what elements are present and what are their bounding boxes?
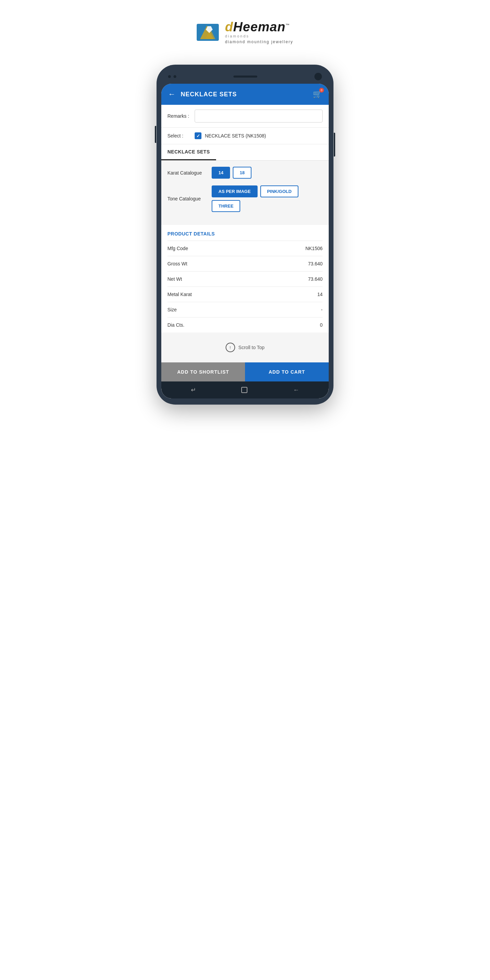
detail-grosswt: Gross Wt 73.640	[167, 256, 323, 271]
cart-badge: 0	[319, 88, 324, 92]
tone-row: Tone Catalogue AS PER IMAGE PINK/GOLD TH…	[167, 185, 323, 212]
phone-screen: ← NECKLACE SETS 🛒 0 Remarks : Select : ✓…	[161, 84, 329, 398]
netwt-key: Net Wt	[167, 276, 182, 282]
logo-brand: dHeeman™	[225, 21, 293, 33]
detail-netwt: Net Wt 73.640	[167, 271, 323, 286]
phone-camera-left	[168, 75, 176, 78]
phone-dot-1	[168, 75, 171, 78]
logo-text-block: dHeeman™ diamonds diamond mounting jewel…	[225, 21, 293, 44]
page-title: NECKLACE SETS	[181, 91, 313, 98]
logo-icon	[197, 22, 222, 43]
select-label: Select :	[167, 133, 195, 138]
scroll-top-area[interactable]: ↑ Scroll to Top	[161, 332, 329, 363]
grosswt-key: Gross Wt	[167, 261, 187, 266]
phone-side-left	[155, 126, 156, 143]
phone-side-right	[334, 133, 335, 156]
karat-18-button[interactable]: 18	[233, 167, 251, 179]
select-value: NECKLACE SETS (NK1508)	[205, 133, 266, 138]
cart-button[interactable]: 🛒 0	[313, 90, 322, 99]
karat-buttons: 14 18	[212, 167, 251, 179]
detail-metalkarat: Metal Karat 14	[167, 286, 323, 302]
karat-14-button[interactable]: 14	[212, 167, 230, 179]
remarks-row: Remarks :	[161, 105, 329, 127]
select-checkbox[interactable]: ✓	[195, 132, 202, 139]
size-key: Size	[167, 307, 177, 312]
detail-mfgcode: Mfg Code NK1506	[167, 240, 323, 256]
diacts-value: 0	[320, 322, 323, 328]
product-details-section: PRODUCT DETAILS Mfg Code NK1506 Gross Wt…	[161, 225, 329, 332]
tone-label: Tone Catalogue	[167, 196, 212, 202]
add-to-cart-button[interactable]: ADD TO CART	[245, 363, 329, 382]
phone-dot-2	[173, 75, 176, 78]
logo-tagline: diamond mounting jewellery	[225, 40, 293, 44]
scroll-top-text: Scroll to Top	[239, 345, 265, 350]
diacts-key: Dia Cts.	[167, 322, 185, 328]
remarks-input[interactable]	[195, 110, 323, 123]
grosswt-value: 73.640	[308, 261, 323, 266]
content-area: Remarks : Select : ✓ NECKLACE SETS (NK15…	[161, 105, 329, 382]
metalkarat-value: 14	[317, 292, 323, 297]
phone-top-bar	[161, 71, 329, 84]
remarks-label: Remarks :	[167, 113, 195, 119]
tone-asperimage-button[interactable]: AS PER IMAGE	[212, 185, 258, 197]
mfgcode-value: NK1506	[305, 246, 323, 251]
back-button[interactable]: ←	[168, 90, 176, 99]
detail-size: Size -	[167, 302, 323, 317]
mfgcode-key: Mfg Code	[167, 246, 188, 251]
metalkarat-key: Metal Karat	[167, 292, 192, 297]
tab-necklace-sets[interactable]: NECKLACE SETS	[161, 144, 216, 160]
phone-camera-dot	[314, 73, 322, 80]
tab-navigation: NECKLACE SETS	[161, 144, 329, 161]
logo-area: dHeeman™ diamonds diamond mounting jewel…	[197, 21, 293, 44]
karat-row: Karat Catalogue 14 18	[167, 167, 323, 179]
bottom-buttons: ADD TO SHORTLIST ADD TO CART	[161, 363, 329, 382]
size-value: -	[321, 307, 323, 312]
options-section: Karat Catalogue 14 18 Tone Catalogue AS …	[161, 161, 329, 225]
nav-home-icon[interactable]	[241, 387, 247, 393]
tone-buttons: AS PER IMAGE PINK/GOLD THREE	[212, 185, 323, 212]
nav-recent-icon[interactable]: ←	[293, 387, 299, 394]
phone-bottom-bar: ↵ ←	[161, 382, 329, 398]
tone-pinkgold-button[interactable]: PINK/GOLD	[260, 185, 298, 197]
netwt-value: 73.640	[308, 276, 323, 282]
phone-frame: ← NECKLACE SETS 🛒 0 Remarks : Select : ✓…	[156, 65, 334, 404]
tone-three-button[interactable]: THREE	[212, 200, 240, 212]
logo-sub: diamonds	[225, 34, 293, 38]
logo-container: dHeeman™ diamonds diamond mounting jewel…	[197, 21, 293, 44]
phone-speaker	[234, 76, 257, 78]
nav-back-icon[interactable]: ↵	[191, 386, 196, 394]
karat-label: Karat Catalogue	[167, 170, 212, 176]
product-details-title: PRODUCT DETAILS	[167, 225, 323, 240]
detail-diacts: Dia Cts. 0	[167, 317, 323, 332]
scroll-top-icon: ↑	[226, 343, 235, 352]
app-header: ← NECKLACE SETS 🛒 0	[161, 84, 329, 105]
add-to-shortlist-button[interactable]: ADD TO SHORTLIST	[161, 363, 245, 382]
phone-camera-right	[314, 73, 322, 80]
select-row: Select : ✓ NECKLACE SETS (NK1508)	[161, 127, 329, 144]
checkmark-icon: ✓	[196, 134, 200, 138]
